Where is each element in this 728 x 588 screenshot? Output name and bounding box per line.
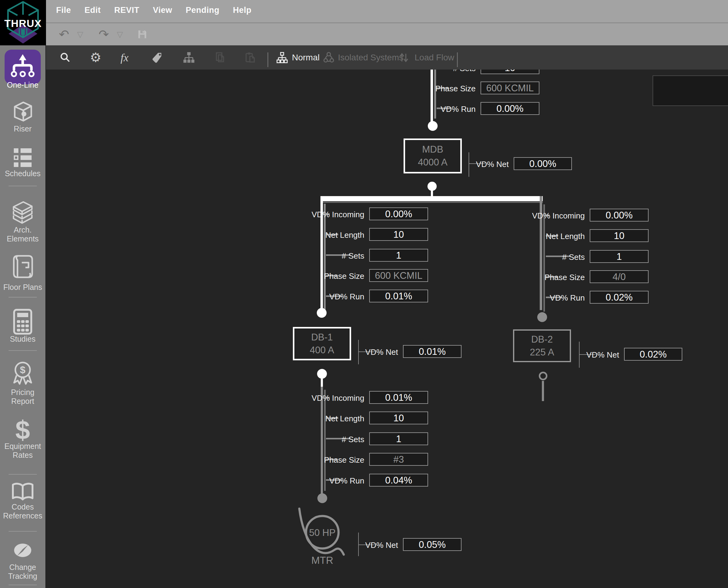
equipment-rates-icon[interactable]: $ <box>15 415 30 445</box>
studies-icon[interactable] <box>12 309 34 335</box>
floor-plans-icon[interactable] <box>10 253 35 281</box>
field-vd-incoming[interactable]: VD% Incoming 0.01% <box>369 391 428 404</box>
sidebar-label-arch[interactable]: Arch. <box>0 226 45 234</box>
field-phase-size[interactable]: Phase Size 4/0 <box>590 270 649 283</box>
mode-load-flow: Load Flow <box>414 45 454 69</box>
schedules-icon[interactable] <box>11 148 35 168</box>
equipment-db1[interactable]: DB-1 400 A <box>293 327 351 360</box>
menu-help[interactable]: Help <box>233 5 252 15</box>
menu-edit[interactable]: Edit <box>85 5 101 15</box>
field-mdb-vd-net[interactable]: VD% Net 0.00% <box>514 157 572 170</box>
menu-file[interactable]: File <box>56 5 71 15</box>
menu-view[interactable]: View <box>153 5 172 15</box>
field-phase-size[interactable]: Phase Size #3 <box>369 453 428 466</box>
sidebar-label-pricing-2[interactable]: Report <box>0 397 45 406</box>
field-vd-run[interactable]: VD% Run 0.02% <box>590 291 649 303</box>
redo-dropdown-icon[interactable]: ▽ <box>117 24 123 45</box>
feeder-mtr-line-2 <box>324 390 326 491</box>
arch-elements-icon[interactable] <box>11 197 35 226</box>
sidebar-divider <box>8 350 37 351</box>
sidebar-label-change-2[interactable]: Tracking <box>0 572 45 581</box>
field-sets[interactable]: # Sets 1 <box>369 432 428 445</box>
isolated-systems-icon <box>323 45 335 69</box>
sidebar-item-one-line[interactable] <box>5 50 41 84</box>
sitemap-icon[interactable] <box>183 45 195 69</box>
field-vd-run[interactable]: VD% Run 0.04% <box>369 474 428 487</box>
field-net-length[interactable]: Net Length 10 <box>369 412 428 424</box>
db2-stub-node[interactable] <box>539 372 547 380</box>
sidebar-label-schedules[interactable]: Schedules <box>0 169 45 178</box>
undo-dropdown-icon[interactable]: ▽ <box>77 24 83 45</box>
bus-bar[interactable] <box>322 196 543 201</box>
feeder-node[interactable] <box>428 121 438 131</box>
mode-normal[interactable]: Normal <box>292 45 320 69</box>
field-net-length[interactable]: Net Length 10 <box>369 228 428 241</box>
field-db2-vd-net[interactable]: VD% Net 0.02% <box>624 348 682 361</box>
field-vd-incoming[interactable]: VD% Incoming 0.00% <box>590 209 649 222</box>
undo-icon[interactable]: ↶ <box>59 24 69 45</box>
vd-net-tick <box>469 152 469 177</box>
field-sets[interactable]: # Sets 10 <box>481 69 540 74</box>
equipment-mdb[interactable]: MDB 4000 A <box>404 139 462 173</box>
db2-stub-line <box>542 381 544 401</box>
change-tracking-icon[interactable] <box>11 541 35 560</box>
sidebar-divider <box>8 585 37 585</box>
pricing-report-icon[interactable]: $ <box>11 360 35 387</box>
vd-net-tick <box>358 340 359 364</box>
motor-rating: 50 HP <box>291 527 353 538</box>
field-vd-incoming[interactable]: VD% Incoming 0.00% <box>369 207 428 220</box>
sidebar-label-pricing[interactable]: Pricing <box>0 388 45 397</box>
field-sets[interactable]: # Sets 1 <box>369 249 428 262</box>
paste-icon[interactable] <box>244 45 257 69</box>
minimap-panel <box>652 76 728 106</box>
menu-revit[interactable]: REVIT <box>114 5 140 15</box>
riser-icon[interactable] <box>10 99 35 124</box>
codes-references-icon[interactable] <box>11 482 35 503</box>
redo-icon[interactable]: ↷ <box>99 24 109 45</box>
toolbar-divider-2 <box>457 45 458 69</box>
sidebar-divider <box>8 474 37 475</box>
mode-isolated-systems: Isolated Systems <box>338 45 403 69</box>
sidebar-label-equipment-2[interactable]: Rates <box>0 451 45 460</box>
sidebar-label-change[interactable]: Change <box>0 563 45 572</box>
quick-access-toolbar: ↶ ▽ ↷ ▽ <box>46 23 728 45</box>
sidebar-label-floor-plans[interactable]: Floor Plans <box>0 283 45 292</box>
service-feeder-line[interactable] <box>430 69 433 122</box>
sidebar-label-arch-2[interactable]: Elements <box>0 234 45 243</box>
field-vd-run[interactable]: VD% Run 0.01% <box>369 290 428 302</box>
sidebar-label-equipment[interactable]: Equipment <box>0 442 45 451</box>
field-phase-size[interactable]: Phase Size 600 KCMIL <box>481 82 540 94</box>
menu-pending[interactable]: Pending <box>186 5 220 15</box>
tag-icon[interactable] <box>151 45 163 69</box>
field-mtr-vd-net[interactable]: VD% Net 0.05% <box>403 538 462 551</box>
sidebar-label-codes[interactable]: Codes <box>0 503 45 511</box>
field-net-length[interactable]: Net Length 10 <box>590 229 649 242</box>
motor-label: MTR <box>291 554 353 566</box>
field-sets[interactable]: # Sets 1 <box>590 250 649 263</box>
sidebar-label-studies[interactable]: Studies <box>0 335 45 343</box>
field-db1-vd-net[interactable]: VD% Net 0.01% <box>403 345 462 358</box>
copy-icon[interactable] <box>214 45 227 69</box>
search-icon[interactable] <box>60 45 71 69</box>
feeder-node[interactable] <box>317 308 327 318</box>
thrux-logo: THRUX <box>0 0 46 45</box>
formula-fx-icon[interactable]: fx <box>121 45 128 69</box>
sidebar-nav: One-Line Riser Schedules Arch. Elements <box>0 45 45 588</box>
toolbar-divider <box>267 45 268 69</box>
one-line-icon <box>9 51 37 79</box>
settings-gear-icon[interactable]: ⚙ <box>90 45 101 69</box>
normal-mode-icon[interactable] <box>276 45 288 69</box>
sidebar-label-one-line[interactable]: One-Line <box>0 81 45 89</box>
sidebar-label-codes-2[interactable]: References <box>0 511 45 520</box>
feeder-node[interactable] <box>317 369 327 379</box>
one-line-canvas[interactable]: # Sets 10 Phase Size 600 KCMIL VD% Run 0… <box>45 69 728 588</box>
feeder-node[interactable] <box>537 312 547 322</box>
menu-bar: File Edit REVIT View Pending Help <box>46 0 728 23</box>
field-vd-run[interactable]: VD% Run 0.00% <box>481 102 540 115</box>
field-phase-size[interactable]: Phase Size 600 KCMIL <box>369 269 428 282</box>
save-icon[interactable] <box>137 29 147 40</box>
bus-node[interactable] <box>427 182 437 191</box>
sidebar-label-riser[interactable]: Riser <box>0 124 45 133</box>
sidebar-divider <box>8 531 37 532</box>
equipment-db2[interactable]: DB-2 225 A <box>513 329 571 362</box>
